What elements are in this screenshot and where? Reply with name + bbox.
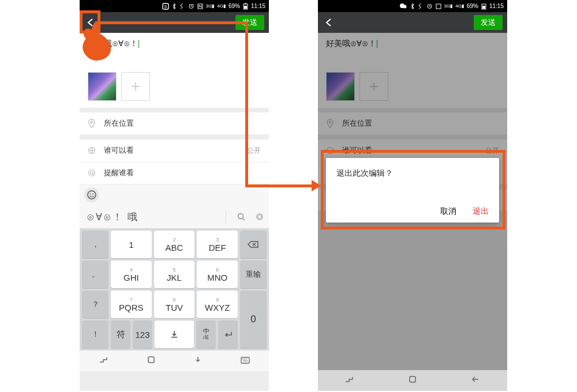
nav-back-icon[interactable] [470, 375, 481, 386]
svg-point-19 [403, 5, 406, 9]
key-comma[interactable]: ， [82, 231, 108, 258]
compose-text[interactable]: 好美哦⊙∀⊙！ [80, 33, 269, 72]
ime-icon: S [162, 3, 169, 10]
svg-text:S: S [164, 4, 167, 9]
keyboard: ⊙∀⊙！ 哦 ， 。 1 2ABC 3DEF [80, 184, 269, 371]
network-4g: 4G▮ [455, 3, 464, 9]
battery-text: 69% [228, 3, 240, 9]
network-3g: 3G▮ [444, 3, 453, 9]
network-4g: 4G▮ [217, 3, 226, 9]
battery-icon [481, 3, 486, 10]
nfc-icon [436, 3, 441, 9]
text-cursor [138, 40, 139, 48]
battery-icon [243, 3, 248, 10]
system-nav [318, 370, 507, 391]
key-exclaim[interactable]: ！ [82, 321, 108, 348]
send-button[interactable]: 发送 [474, 15, 503, 30]
add-photo-button[interactable] [121, 72, 150, 101]
back-button[interactable] [323, 16, 335, 29]
nav-home-icon[interactable] [147, 356, 155, 366]
svg-point-14 [238, 214, 243, 219]
nfc-icon [197, 3, 203, 9]
annotation-arrow [100, 21, 248, 24]
dialog-cancel-button[interactable]: 取消 [440, 206, 456, 217]
nav-home-icon[interactable] [409, 375, 417, 386]
key-backspace[interactable] [240, 231, 267, 258]
key-period[interactable]: 。 [82, 261, 108, 288]
svg-point-7 [91, 121, 93, 123]
svg-point-13 [93, 194, 94, 195]
globe-icon [88, 146, 98, 154]
svg-rect-21 [436, 4, 441, 9]
nav-recent-icon[interactable] [344, 375, 355, 386]
svg-rect-23 [482, 6, 485, 9]
svg-point-10 [91, 172, 93, 175]
photo-thumbnail[interactable] [88, 72, 117, 101]
annotation-arrow-head [312, 180, 321, 191]
svg-rect-16 [148, 357, 154, 363]
dialog-exit-button[interactable]: 退出 [473, 206, 489, 217]
status-bar: 3G▮ 4G▮ 69% 11:15 [318, 0, 507, 12]
key-reinput[interactable]: 重输 [240, 261, 267, 288]
location-label: 所在位置 [104, 118, 134, 129]
alarm-icon [426, 3, 433, 9]
candidate-close-icon[interactable] [253, 212, 267, 221]
clock-text: 11:15 [251, 3, 265, 9]
annotation-arrow [245, 184, 312, 187]
key-1[interactable]: 1 [111, 231, 152, 258]
app-bar: 发送 [318, 12, 507, 33]
phone-left: S 3G▮ 4G▮ 69% 11:15 发送 好美哦⊙∀⊙！ [80, 0, 269, 391]
status-bar: S 3G▮ 4G▮ 69% 11:15 [80, 0, 269, 12]
key-lang[interactable]: 中/英 [196, 321, 216, 348]
at-icon [88, 169, 98, 177]
key-mno[interactable]: 6MNO [197, 261, 238, 288]
wechat-icon [399, 3, 407, 9]
confirm-dialog: 退出此次编辑？ 取消 退出 [326, 158, 499, 223]
network-3g: 3G▮ [206, 3, 215, 9]
candidate-text: ⊙∀⊙！ 哦 [80, 210, 220, 224]
key-ghi[interactable]: 4GHI [111, 261, 152, 288]
key-wxyz[interactable]: 9WXYZ [197, 291, 238, 318]
candidate-bar[interactable]: ⊙∀⊙！ 哦 [80, 205, 269, 228]
key-symbol[interactable]: 符 [111, 321, 130, 348]
key-tuv[interactable]: 8TUV [154, 291, 195, 318]
visibility-value: 公开 [247, 146, 261, 156]
back-button[interactable] [84, 16, 97, 29]
nav-kb-down-icon[interactable] [193, 355, 203, 367]
candidate-search-icon[interactable] [234, 212, 248, 221]
visibility-row[interactable]: 谁可以看 公开 [80, 140, 269, 162]
annotation-arrow [245, 21, 248, 187]
svg-rect-27 [410, 376, 415, 382]
bluetooth-icon [172, 3, 177, 10]
key-enter[interactable] [218, 321, 238, 348]
svg-point-11 [88, 191, 96, 199]
nav-recent-icon[interactable] [99, 356, 109, 366]
bluetooth-icon [410, 3, 415, 10]
svg-point-9 [89, 170, 95, 176]
mention-row[interactable]: 提醒谁看 [80, 162, 269, 184]
dialog-title: 退出此次编辑？ [336, 168, 489, 179]
key-space[interactable] [155, 321, 194, 348]
mention-label: 提醒谁看 [104, 168, 134, 178]
svg-point-12 [90, 194, 91, 195]
key-abc[interactable]: 2ABC [154, 231, 195, 258]
key-question[interactable]: ？ [82, 291, 108, 318]
alarm-icon [188, 3, 194, 9]
location-row[interactable]: 所在位置 [80, 112, 269, 135]
visibility-label: 谁可以看 [104, 145, 134, 156]
key-123[interactable]: 123 [133, 321, 152, 348]
svg-rect-17 [241, 357, 249, 363]
phone-right: 3G▮ 4G▮ 69% 11:15 发送 好美哦⊙∀⊙！ 所在位置 谁可以看 [318, 0, 507, 391]
system-nav [80, 350, 269, 371]
key-jkl[interactable]: 5JKL [154, 261, 195, 288]
battery-text: 69% [467, 3, 478, 9]
vibrate-icon [179, 3, 185, 9]
location-icon [88, 119, 98, 128]
emoji-button[interactable] [84, 187, 99, 202]
key-pqrs[interactable]: 7PQRS [111, 291, 152, 318]
vibrate-icon [418, 3, 424, 9]
key-def[interactable]: 3DEF [197, 231, 238, 258]
svg-rect-6 [244, 6, 247, 9]
key-zero[interactable]: 0 [240, 291, 267, 348]
nav-ime-icon[interactable] [241, 356, 250, 366]
